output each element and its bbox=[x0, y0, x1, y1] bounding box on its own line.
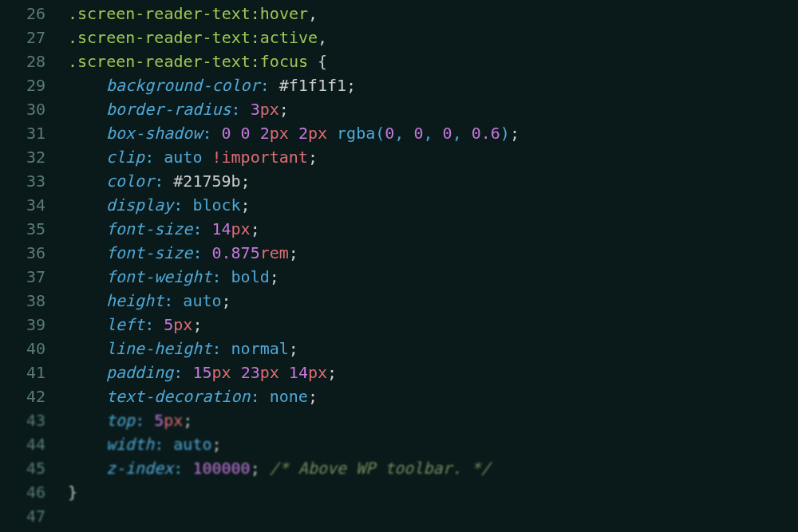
line-number: 32 bbox=[0, 145, 68, 169]
line-number: 38 bbox=[0, 289, 68, 313]
code-line[interactable]: 35font-size: 14px; bbox=[0, 217, 798, 241]
code-editor[interactable]: 26.screen-reader-text:hover,27.screen-re… bbox=[0, 2, 798, 528]
code-line[interactable]: 29background-color: #f1f1f1; bbox=[0, 73, 798, 97]
line-number: 29 bbox=[0, 73, 68, 97]
line-number: 30 bbox=[0, 97, 68, 121]
line-number: 33 bbox=[0, 169, 68, 193]
code-line[interactable]: 37font-weight: bold; bbox=[0, 265, 798, 289]
line-number: 37 bbox=[0, 265, 68, 289]
code-line[interactable]: 32clip: auto !important; bbox=[0, 145, 798, 169]
code-content: color: #21759b; bbox=[68, 169, 251, 193]
code-line[interactable]: 41padding: 15px 23px 14px; bbox=[0, 361, 798, 384]
code-line[interactable]: 34display: block; bbox=[0, 193, 798, 217]
code-line[interactable]: 27.screen-reader-text:active, bbox=[0, 26, 798, 49]
code-content: .screen-reader-text:focus { bbox=[68, 49, 327, 73]
line-number: 43 bbox=[0, 408, 68, 432]
code-line[interactable]: 45z-index: 100000; /* Above WP toolbar. … bbox=[0, 456, 798, 480]
code-content: height: auto; bbox=[68, 289, 231, 313]
line-number: 40 bbox=[0, 337, 68, 361]
line-number: 45 bbox=[0, 456, 68, 480]
code-content: font-weight: bold; bbox=[68, 265, 279, 289]
line-number: 36 bbox=[0, 241, 68, 265]
code-line[interactable]: 30border-radius: 3px; bbox=[0, 97, 798, 121]
line-number: 27 bbox=[0, 26, 68, 49]
line-number: 39 bbox=[0, 313, 68, 337]
code-content: font-size: 0.875rem; bbox=[68, 241, 298, 265]
line-number: 26 bbox=[0, 2, 68, 26]
code-content: border-radius: 3px; bbox=[68, 97, 289, 121]
code-content: line-height: normal; bbox=[68, 337, 298, 361]
line-number: 47 bbox=[0, 504, 68, 528]
code-line[interactable]: 38height: auto; bbox=[0, 289, 798, 313]
code-content: text-decoration: none; bbox=[68, 384, 318, 408]
code-content: clip: auto !important; bbox=[68, 145, 318, 169]
code-line[interactable]: 28.screen-reader-text:focus { bbox=[0, 49, 798, 73]
code-content: z-index: 100000; /* Above WP toolbar. */ bbox=[68, 456, 491, 480]
line-number: 31 bbox=[0, 121, 68, 145]
code-content: box-shadow: 0 0 2px 2px rgba(0, 0, 0, 0.… bbox=[68, 121, 519, 145]
code-line[interactable]: 31box-shadow: 0 0 2px 2px rgba(0, 0, 0, … bbox=[0, 121, 798, 145]
code-content: top: 5px; bbox=[68, 408, 192, 432]
line-number: 42 bbox=[0, 384, 68, 408]
code-line[interactable]: 43top: 5px; bbox=[0, 408, 798, 432]
code-content: } bbox=[68, 480, 77, 504]
code-line[interactable]: 26.screen-reader-text:hover, bbox=[0, 2, 798, 26]
code-content: width: auto; bbox=[68, 432, 222, 456]
code-line[interactable]: 44width: auto; bbox=[0, 432, 798, 456]
code-content: font-size: 14px; bbox=[68, 217, 260, 241]
line-number: 41 bbox=[0, 361, 68, 384]
code-content: left: 5px; bbox=[68, 313, 202, 337]
code-line[interactable]: 36font-size: 0.875rem; bbox=[0, 241, 798, 265]
line-number: 28 bbox=[0, 49, 68, 73]
line-number: 44 bbox=[0, 432, 68, 456]
code-line[interactable]: 33color: #21759b; bbox=[0, 169, 798, 193]
code-line[interactable]: 47 bbox=[0, 504, 798, 528]
code-content: display: block; bbox=[68, 193, 251, 217]
code-line[interactable]: 39left: 5px; bbox=[0, 313, 798, 337]
line-number: 46 bbox=[0, 480, 68, 504]
code-content: padding: 15px 23px 14px; bbox=[68, 361, 337, 384]
line-number: 34 bbox=[0, 193, 68, 217]
line-number: 35 bbox=[0, 217, 68, 241]
code-content: .screen-reader-text:active, bbox=[68, 26, 327, 49]
code-content: background-color: #f1f1f1; bbox=[68, 73, 356, 97]
code-content: .screen-reader-text:hover, bbox=[68, 2, 318, 26]
code-line[interactable]: 42text-decoration: none; bbox=[0, 384, 798, 408]
code-line[interactable]: 40line-height: normal; bbox=[0, 337, 798, 361]
code-line[interactable]: 46} bbox=[0, 480, 798, 504]
